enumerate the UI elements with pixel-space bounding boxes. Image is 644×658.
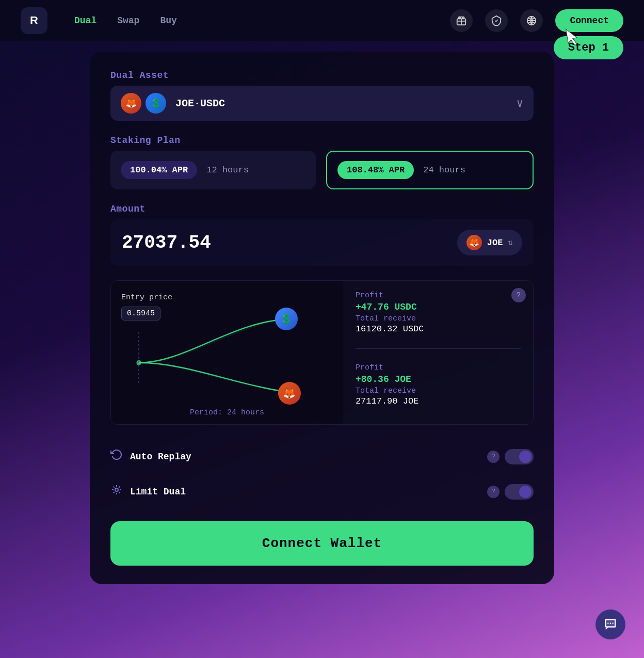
- nav-link-dual[interactable]: Dual: [72, 12, 99, 29]
- chart-right: ? Profit +47.76 USDC Total receive 16120…: [343, 281, 533, 424]
- token-select[interactable]: 🦊 JOE ⇅: [457, 230, 522, 255]
- total-receive-label-usdc: Total receive: [356, 314, 521, 323]
- gift-icon-button[interactable]: [450, 9, 473, 32]
- svg-rect-9: [610, 623, 611, 624]
- amount-section: 27037.54 🦊 JOE ⇅: [110, 219, 534, 266]
- asset-name: JOE·USDC: [175, 98, 225, 109]
- plan-option-24h[interactable]: 108.48% APR 24 hours: [326, 151, 534, 189]
- chart-area: Entry price 0.5945 💲 🦊 Perio: [110, 280, 534, 425]
- total-receive-value-usdc: 16120.32 USDC: [356, 324, 521, 334]
- amount-label: Amount: [110, 204, 534, 214]
- joe-icon: 🦊: [121, 93, 141, 114]
- profit-value-joe: +80.36 JOE: [356, 374, 521, 384]
- svg-rect-8: [607, 623, 608, 624]
- globe-icon-button[interactable]: [520, 9, 543, 32]
- limit-dual-icon: [110, 484, 123, 500]
- staking-plans: 100.04% APR 12 hours 108.48% APR 24 hour…: [110, 151, 534, 189]
- plan-badge-24h: 108.48% APR: [337, 161, 414, 179]
- auto-replay-row: Auto Replay ?: [110, 439, 534, 474]
- total-receive-value-joe: 27117.90 JOE: [356, 396, 521, 406]
- svg-point-6: [115, 488, 118, 491]
- token-icon-joe: 🦊: [466, 235, 482, 250]
- plan-hours-24h: 24 hours: [423, 165, 465, 175]
- period-label: Period: 24 hours: [190, 408, 264, 417]
- limit-dual-toggle[interactable]: [505, 484, 534, 500]
- limit-dual-question[interactable]: ?: [487, 486, 500, 498]
- plan-hours-12h: 12 hours: [206, 165, 249, 175]
- limit-dual-row: Limit Dual ?: [110, 474, 534, 509]
- amount-value: 27037.54: [122, 232, 211, 253]
- total-receive-label-joe: Total receive: [356, 387, 521, 395]
- chevron-down-icon: ∨: [517, 97, 523, 110]
- limit-dual-label: Limit Dual: [130, 487, 483, 497]
- token-arrows-icon: ⇅: [508, 237, 513, 248]
- navbar: R Dual Swap Buy: [0, 0, 644, 41]
- profit-block-joe: Profit +80.36 JOE Total receive 27117.90…: [356, 363, 521, 406]
- svg-rect-10: [613, 623, 614, 624]
- chart-joe-icon: 🦊: [278, 382, 301, 405]
- connect-wallet-button[interactable]: Connect Wallet: [110, 521, 534, 566]
- chat-bubble-button[interactable]: [595, 609, 625, 639]
- chart-usdc-icon: 💲: [275, 308, 298, 330]
- staking-plan-label: Staking Plan: [110, 135, 534, 146]
- auto-replay-question[interactable]: ?: [487, 451, 500, 463]
- profit-label-usdc: Profit: [356, 291, 521, 300]
- profit-divider: [356, 348, 521, 349]
- nav-icons: Connect: [450, 9, 623, 32]
- entry-price-badge: 0.5945: [121, 307, 160, 320]
- chart-question-button[interactable]: ?: [511, 288, 526, 302]
- token-name: JOE: [487, 238, 503, 248]
- logo[interactable]: R: [21, 7, 47, 34]
- nav-link-swap[interactable]: Swap: [115, 12, 141, 29]
- usdc-icon: 💲: [146, 93, 166, 114]
- profit-label-joe: Profit: [356, 363, 521, 372]
- auto-replay-toggle[interactable]: [505, 449, 534, 464]
- profit-value-usdc: +47.76 USDC: [356, 302, 521, 312]
- dual-asset-label: Dual Asset: [110, 70, 534, 81]
- chart-svg: [111, 281, 343, 424]
- shield-icon-button[interactable]: [485, 9, 508, 32]
- auto-replay-label: Auto Replay: [130, 452, 483, 462]
- main-card: Dual Asset 🦊 💲 JOE·USDC ∨ Staking Plan 1…: [90, 52, 554, 584]
- plan-badge-12h: 100.04% APR: [121, 161, 197, 179]
- asset-icons: 🦊 💲 JOE·USDC: [121, 93, 225, 114]
- nav-link-buy[interactable]: Buy: [158, 12, 179, 29]
- chart-left: Entry price 0.5945 💲 🦊 Perio: [111, 281, 343, 424]
- auto-replay-icon: [110, 448, 123, 464]
- profit-block-usdc: Profit +47.76 USDC Total receive 16120.3…: [356, 291, 521, 334]
- asset-selector[interactable]: 🦊 💲 JOE·USDC ∨: [110, 86, 534, 121]
- step1-bubble: Step 1: [554, 36, 623, 59]
- plan-option-12h[interactable]: 100.04% APR 12 hours: [110, 151, 316, 189]
